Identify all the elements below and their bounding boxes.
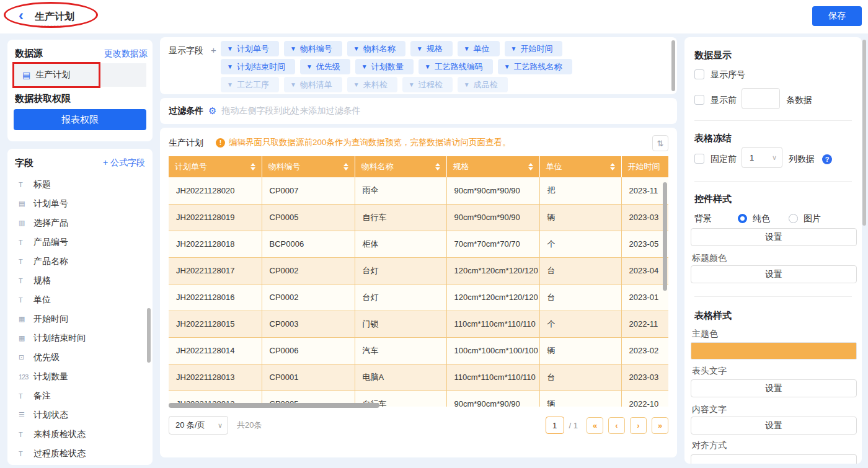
tag-unit[interactable]: ▼单位 — [458, 41, 500, 56]
col-material-name[interactable]: 物料名称 — [355, 156, 446, 177]
tag-plan-qty[interactable]: ▼计划数量 — [355, 59, 414, 74]
fix-columns-checkbox[interactable] — [694, 154, 704, 164]
list-icon: ☰ — [19, 411, 31, 419]
first-page-button[interactable]: « — [587, 417, 603, 434]
fix-columns-select[interactable]: 1 ∨ — [742, 147, 782, 168]
field-item-plan-status[interactable]: ☰计划状态 — [7, 405, 153, 425]
table-row[interactable]: JH20221128013CP0001电脑A110cm*110cm*110/11… — [169, 364, 668, 391]
header-text-set-button[interactable]: 设置 — [691, 379, 857, 397]
tag-process-step[interactable]: ▼工艺工序 — [221, 77, 279, 92]
calendar-icon: ▦ — [19, 315, 31, 323]
page-number-input[interactable] — [546, 417, 564, 434]
tag-spec[interactable]: ▼规格 — [410, 41, 453, 56]
add-formula-field-link[interactable]: + 公式字段 — [103, 157, 145, 169]
table-row[interactable]: JH20221128014CP0006汽车100cm*100cm*100/100… — [169, 337, 668, 364]
table-row[interactable]: JH20221128016CP0002台灯120cm*120cm*120/120… — [169, 284, 668, 311]
theme-color-swatch[interactable] — [691, 342, 857, 360]
field-label: 来料质检状态 — [33, 429, 86, 440]
tag-material-name[interactable]: ▼物料名称 — [347, 41, 405, 56]
sort-order-icon[interactable]: ⇅ — [652, 135, 668, 151]
change-datasource-link[interactable]: 更改数据源 — [104, 48, 148, 60]
col-plan-no[interactable]: 计划单号 — [169, 156, 262, 177]
field-item-plan-end-time[interactable]: ▦计划结束时间 — [7, 329, 153, 348]
field-label: 标题 — [33, 179, 51, 190]
page-scrollbar[interactable] — [862, 40, 866, 226]
field-item-product-no[interactable]: T产品编号 — [7, 232, 153, 252]
display-fields-scrollbar[interactable] — [671, 40, 675, 91]
tag-start-time[interactable]: ▼开始时间 — [505, 41, 563, 56]
gear-icon[interactable]: ⚙ — [208, 105, 216, 117]
table-horizontal-scrollbar[interactable] — [169, 403, 379, 408]
col-start-time[interactable]: 开始时间 — [621, 156, 668, 177]
field-item-plan-no[interactable]: ▤计划单号 — [7, 194, 153, 213]
table-style-title: 表格样式 — [694, 310, 732, 322]
sort-icon[interactable] — [610, 163, 615, 170]
tag-bom[interactable]: ▼物料清单 — [284, 77, 342, 92]
prev-page-button[interactable]: ‹ — [608, 417, 625, 434]
text-icon: T — [19, 450, 31, 457]
content-text-set-button[interactable]: 设置 — [691, 417, 857, 435]
field-item-unit[interactable]: T单位 — [7, 290, 153, 309]
field-label: 开始时间 — [33, 314, 68, 325]
tag-plan-no[interactable]: ▼计划单号 — [221, 41, 279, 56]
field-item-plan-qty[interactable]: 123计划数量 — [7, 367, 153, 386]
sort-icon[interactable] — [250, 163, 255, 170]
settings-panel: 数据显示 显示序号 显示前 条数据 表格冻结 固定前 1 ∨ 列数据 ? 控件样… — [684, 37, 862, 464]
field-item-title[interactable]: T标题 — [7, 175, 153, 194]
tag-material-no[interactable]: ▼物料编号 — [284, 41, 342, 56]
caret-down-icon: ▼ — [227, 63, 233, 70]
next-page-button[interactable]: › — [630, 417, 647, 434]
show-index-label: 显示序号 — [711, 69, 745, 81]
tag-route-name[interactable]: ▼工艺路线名称 — [498, 59, 572, 74]
col-unit[interactable]: 单位 — [539, 156, 621, 177]
last-page-button[interactable]: » — [652, 417, 668, 434]
title-color-label: 标题颜色 — [692, 253, 727, 264]
field-item-product-name[interactable]: T产品名称 — [7, 252, 153, 271]
tag-incoming-check[interactable]: ▼来料检 — [347, 77, 397, 92]
col-material-no[interactable]: 物料编号 — [262, 156, 355, 177]
tag-plan-end-time[interactable]: ▼计划结束时间 — [221, 59, 295, 74]
table-row[interactable]: JH20221128020CP0007雨伞90cm*90cm*90/90把202… — [169, 177, 668, 204]
field-item-incoming-qc[interactable]: T来料质检状态 — [7, 425, 153, 444]
content-text-label: 内容文字 — [692, 404, 727, 415]
filter-dropzone[interactable]: 拖动左侧字段到此处来添加过滤条件 — [221, 105, 360, 117]
tag-priority[interactable]: ▼优先级 — [300, 59, 350, 74]
help-icon[interactable]: ? — [822, 154, 832, 164]
sort-icon[interactable] — [435, 163, 440, 170]
tag-final-check[interactable]: ▼成品检 — [458, 77, 508, 92]
add-display-field-icon[interactable]: + — [211, 45, 216, 55]
save-button[interactable]: 保存 — [812, 6, 862, 26]
show-index-checkbox[interactable] — [694, 69, 704, 79]
table-vertical-scrollbar[interactable] — [663, 182, 667, 291]
back-icon[interactable]: ‹ — [19, 7, 24, 24]
show-first-checkbox[interactable] — [694, 95, 704, 105]
background-set-button[interactable]: 设置 — [691, 228, 857, 246]
field-item-spec[interactable]: T规格 — [7, 271, 153, 290]
table-row[interactable]: JH20221128017CP0002台灯120cm*120cm*120/120… — [169, 257, 668, 284]
fields-scrollbar[interactable] — [147, 308, 151, 363]
widget-style-title: 控件样式 — [694, 193, 732, 205]
field-item-process-qc[interactable]: T过程质检状态 — [7, 444, 153, 463]
field-item-select-product[interactable]: ▥选择产品 — [7, 213, 153, 232]
tag-process-check[interactable]: ▼过程检 — [402, 77, 453, 92]
report-permission-button[interactable]: 报表权限 — [14, 109, 146, 130]
table-row[interactable]: JH20221128018BCP0006柜体70cm*70cm*70/70个20… — [169, 231, 668, 257]
field-item-start-time[interactable]: ▦开始时间 — [7, 309, 153, 329]
datasource-item[interactable]: ▤ 生产计划 — [14, 63, 146, 87]
caret-down-icon: ▼ — [353, 45, 360, 52]
field-item-remark[interactable]: T备注 — [7, 386, 153, 405]
col-spec[interactable]: 规格 — [446, 156, 539, 177]
col-label: 物料编号 — [268, 161, 301, 172]
field-item-priority[interactable]: ⊡优先级 — [7, 348, 153, 367]
solid-color-radio[interactable] — [738, 214, 747, 223]
align-control-partial[interactable] — [691, 454, 857, 464]
page-size-select[interactable]: 20 条/页 ∨ — [169, 416, 228, 435]
sort-icon[interactable] — [343, 163, 348, 170]
table-row[interactable]: JH20221128019CP0005自行车90cm*90cm*90/90辆20… — [169, 204, 668, 231]
tag-route-code[interactable]: ▼工艺路线编码 — [418, 59, 493, 74]
row-count-input[interactable] — [742, 88, 780, 109]
sort-icon[interactable] — [528, 163, 533, 170]
title-color-set-button[interactable]: 设置 — [691, 265, 857, 283]
table-row[interactable]: JH20221128015CP0003门锁110cm*110cm*110/110… — [169, 311, 668, 337]
image-radio[interactable] — [789, 214, 798, 223]
